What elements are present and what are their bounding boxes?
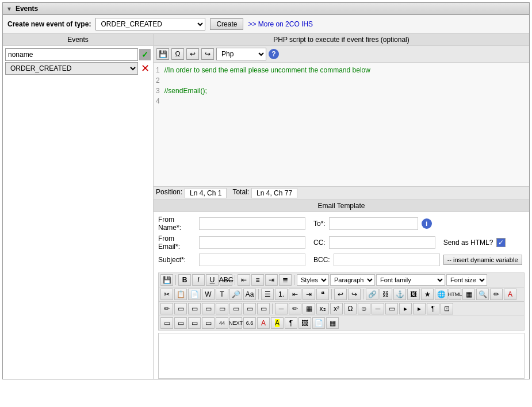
table-row-btn[interactable]: ▭ [188,303,201,314]
help-btn[interactable]: ? [269,49,279,59]
template-btn[interactable]: ▦ [462,289,475,300]
undo-btn[interactable]: ↩ [186,48,199,60]
paste-word-btn[interactable]: W [202,289,215,300]
strikethrough-btn[interactable]: ABC [220,274,232,286]
table-col-icon: ▭ [205,305,212,313]
merge-cells-btn[interactable]: ▭ [229,303,242,314]
outdent-btn[interactable]: ⇤ [289,289,301,300]
align-center-btn[interactable]: ≡ [251,274,264,286]
language-select[interactable]: Php JavaScript HTML [216,48,266,60]
code-editor[interactable]: 1 2 3 4 //In order to send the email ple… [154,63,529,187]
fullscreen-btn[interactable]: ⊡ [441,303,453,314]
indent-btn[interactable]: ⇥ [303,289,315,300]
show-blocks-btn[interactable]: ¶ [285,317,297,329]
link-btn[interactable]: 🔗 [366,289,378,300]
font-color2-btn[interactable]: A [257,317,270,329]
styles-select[interactable]: Styles [297,274,329,286]
bcc-input[interactable] [334,254,440,266]
image-btn[interactable]: 🖼 [407,289,420,300]
font-family-select[interactable]: Font family Arial Times New Roman [376,274,445,286]
bold-btn[interactable]: B [178,274,191,286]
from-email-input[interactable] [199,236,305,249]
unordered-list-btn[interactable]: ☰ [261,289,274,300]
paragraph-select[interactable]: Paragraph Heading 1 Heading 2 [330,274,375,286]
hr-btn[interactable]: ─ [275,303,288,314]
edit-css-btn[interactable]: ✏ [490,289,503,300]
cut-btn[interactable]: ✂ [160,289,173,300]
media-btn[interactable]: ▭ [385,303,398,314]
flash-btn[interactable]: ★ [421,289,434,300]
smiley-btn[interactable]: ✏ [289,303,301,314]
replace-btn[interactable]: Aa [243,289,256,300]
confirm-name-btn[interactable]: ✓ [139,49,151,60]
redo-btn[interactable]: ↪ [201,48,214,60]
edit-div-btn[interactable]: ▭ [174,317,187,329]
unlink-btn[interactable]: ⛓ [380,289,392,300]
align-right-btn[interactable]: ⇥ [265,274,278,286]
noname-input[interactable] [5,48,138,61]
superscript-btn[interactable]: x² [330,303,343,314]
blockquote-btn[interactable]: ❝ [316,289,329,300]
spell-check-btn[interactable]: 44 [216,317,228,329]
draw-btn[interactable]: ✏ [160,303,173,314]
form-btn[interactable]: ▸ [399,303,412,314]
highlight-btn[interactable]: A [271,317,284,329]
copy-btn[interactable]: 📋 [174,289,187,300]
create-event-button[interactable]: Create [210,18,243,30]
show-grid-icon: ▦ [306,305,312,313]
subject-input[interactable] [199,254,305,266]
to-input[interactable] [329,217,418,230]
insert-img-btn[interactable]: 🖼 [298,317,311,329]
del-table-btn[interactable]: ▭ [257,303,270,314]
subscript-btn[interactable]: x₂ [316,303,329,314]
show-grid-btn[interactable]: ▦ [303,303,315,314]
paste-text-btn[interactable]: T [216,289,228,300]
font-size-select[interactable]: Font size 10 12 14 [446,274,487,286]
code-content[interactable]: //In order to send the email please unco… [164,65,527,184]
save-script-btn[interactable]: 💾 [156,48,169,60]
move-fwd-btn[interactable]: ▭ [202,317,215,329]
cc-input[interactable] [329,236,435,249]
insert-file-btn[interactable]: 📄 [312,317,325,329]
pagebreak-btn[interactable]: ─ [372,303,384,314]
omega-btn[interactable]: Ω [171,48,184,60]
delete-event-button[interactable]: ✕ [139,63,151,74]
emoticon-btn[interactable]: ☺ [358,303,370,314]
italic-btn[interactable]: I [192,274,205,286]
rte-save-btn[interactable]: 💾 [160,274,173,286]
align-justify-btn[interactable]: ≣ [279,274,292,286]
split-cells-btn[interactable]: ▭ [243,303,256,314]
collapse-arrow[interactable]: ▼ [6,6,12,12]
order-created-select[interactable]: ORDER_CREATED [5,62,138,75]
event-type-select[interactable]: ORDER_CREATED ORDER_PAID FRAUD_STATUS_CH… [95,18,205,30]
special-char-btn[interactable]: Ω [344,303,357,314]
show-invisible-btn[interactable]: ¶ [427,303,439,314]
redo-rte-btn[interactable]: ↪ [348,289,361,300]
spell-lang-btn[interactable]: 6.6 [243,317,256,329]
next-spell-btn[interactable]: NEXT [229,317,242,329]
iframe-btn[interactable]: 🌐 [435,289,447,300]
table-prop-btn[interactable]: ▭ [216,303,228,314]
ordered-list-btn[interactable]: 1. [275,289,288,300]
underline-btn[interactable]: U [206,274,219,286]
align-left-btn[interactable]: ⇤ [238,274,250,286]
insert-table-btn[interactable]: ▦ [326,317,339,329]
rte-content-area[interactable] [158,333,525,379]
form2-btn[interactable]: ▸ [413,303,426,314]
anchor-btn[interactable]: ⚓ [393,289,406,300]
to-info-icon[interactable]: i [422,218,432,229]
preview-btn[interactable]: 🔍 [476,289,489,300]
table-btn[interactable]: ▭ [174,303,187,314]
dynamic-variable-btn[interactable]: -- insert dynamic variable [443,255,522,265]
paste-btn[interactable]: 📄 [188,289,201,300]
from-name-input[interactable] [199,217,305,230]
undo-rte-btn[interactable]: ↩ [334,289,347,300]
div-container-btn[interactable]: ▭ [160,317,173,329]
table-col-btn[interactable]: ▭ [202,303,215,314]
send-html-checkbox[interactable]: ✓ [496,238,506,247]
more-link[interactable]: >> More on 2CO IHS [248,20,313,28]
html-btn[interactable]: HTML [449,289,461,300]
del-div-btn[interactable]: ▭ [188,317,201,329]
font-color-btn[interactable]: A [504,289,516,300]
find-btn[interactable]: 🔎 [229,289,242,300]
